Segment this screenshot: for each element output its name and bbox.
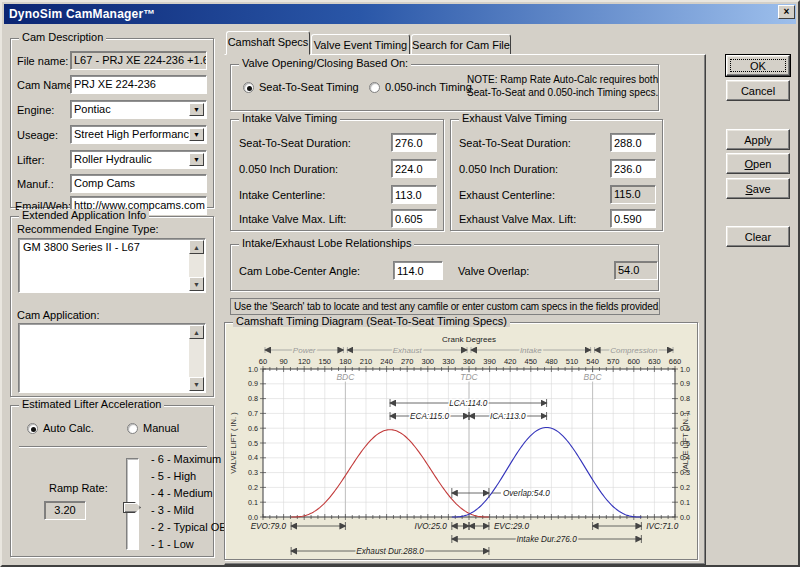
svg-text:480: 480	[545, 357, 558, 366]
scrollbar[interactable]: ▲ ▼	[189, 240, 204, 291]
useage-combobox[interactable]: Street High Performance ▼	[70, 125, 207, 144]
lifter-value: Roller Hydraulic	[74, 153, 152, 165]
svg-text:Intake Dur.276.0: Intake Dur.276.0	[516, 535, 577, 544]
cam-application-textarea[interactable]: ▲ ▼	[18, 323, 206, 393]
auto-calc-radio[interactable]: Auto Calc.	[27, 422, 94, 434]
scroll-up-icon[interactable]: ▲	[189, 325, 204, 339]
exhaust-max-lift-label: Exhaust Valve Max. Lift:	[459, 213, 576, 225]
intake-050-duration-label: 0.050 Inch Duration:	[239, 163, 338, 175]
cam-name-field[interactable]: PRJ XE 224-236	[70, 75, 207, 94]
chevron-down-icon[interactable]: ▼	[189, 103, 204, 116]
manuf-label: Manuf.:	[17, 178, 54, 190]
useage-value: Street High Performance	[74, 128, 195, 140]
svg-text:60: 60	[259, 357, 267, 366]
engine-value: Pontiac	[74, 103, 111, 115]
engine-combobox[interactable]: Pontiac ▼	[70, 100, 207, 119]
svg-text:0.6: 0.6	[248, 424, 258, 433]
engine-label: Engine:	[17, 104, 54, 116]
lifter-acceleration-title: Estimated Lifter Acceleration	[19, 398, 164, 410]
intake-s2s-duration-field[interactable]	[391, 133, 437, 152]
timing-diagram-group: Camshaft Timing Diagram (Seat-To-Seat Ti…	[224, 322, 698, 560]
inch-timing-label: 0.050-inch Timing	[385, 81, 472, 93]
intake-050-duration-field[interactable]	[391, 159, 437, 178]
radio-icon	[127, 423, 138, 434]
exhaust-s2s-duration-field[interactable]	[610, 133, 656, 152]
chevron-down-icon[interactable]: ▼	[189, 153, 204, 166]
exhaust-timing-group: Exhaust Valve Timing Seat-To-Seat Durati…	[450, 119, 663, 231]
valve-basis-group: Valve Opening/Closing Based On: Seat-To-…	[230, 64, 659, 111]
manual-radio[interactable]: Manual	[127, 422, 179, 434]
scroll-down-icon[interactable]: ▼	[189, 377, 204, 391]
svg-text:0.8: 0.8	[248, 394, 258, 403]
lobe-relationships-group: Intake/Exhaust Lobe Relationships Cam Lo…	[230, 244, 659, 291]
svg-text:0.9: 0.9	[248, 379, 258, 388]
svg-text:210: 210	[360, 357, 373, 366]
svg-text:540: 540	[586, 357, 599, 366]
recommended-engine-type-value: GM 3800 Series II - L67	[23, 241, 140, 253]
svg-text:0.4: 0.4	[248, 453, 258, 462]
svg-text:ECA:115.0: ECA:115.0	[410, 412, 449, 421]
scale-label-1: - 1 - Low	[151, 538, 194, 550]
clear-button[interactable]: Clear	[726, 226, 790, 247]
intake-centerline-field[interactable]	[391, 185, 437, 204]
lobe-center-angle-field[interactable]	[393, 261, 443, 280]
close-button[interactable]: ×	[778, 5, 795, 19]
svg-text:450: 450	[525, 357, 538, 366]
svg-text:330: 330	[442, 357, 455, 366]
exhaust-centerline-label: Exhaust Centerline:	[459, 189, 555, 201]
save-button[interactable]: Save	[726, 178, 790, 199]
open-button[interactable]: Open	[726, 153, 790, 174]
svg-text:TDC: TDC	[460, 372, 478, 382]
divider	[19, 446, 207, 447]
lobe-relationships-title: Intake/Exhaust Lobe Relationships	[239, 237, 414, 249]
cancel-button[interactable]: Cancel	[726, 80, 790, 101]
recommended-engine-type-label: Recommended Engine Type:	[17, 223, 159, 235]
exhaust-050-duration-label: 0.050 Inch Duration:	[459, 163, 558, 175]
exhaust-centerline-field: 115.0	[610, 185, 656, 204]
svg-text:VALVE LIFT ( IN. ): VALVE LIFT ( IN. )	[229, 412, 238, 474]
svg-text:IVC:71.0: IVC:71.0	[646, 522, 678, 531]
svg-text:240: 240	[380, 357, 393, 366]
cam-application-label: Cam Application:	[17, 309, 100, 321]
chevron-down-icon[interactable]: ▼	[189, 128, 204, 141]
apply-button[interactable]: Apply	[726, 129, 790, 150]
scroll-up-icon[interactable]: ▲	[189, 240, 204, 254]
svg-text:0.3: 0.3	[248, 468, 258, 477]
valve-overlap-field: 54.0	[614, 261, 658, 280]
svg-text:1.0: 1.0	[680, 365, 690, 374]
recommended-engine-type-textarea[interactable]: GM 3800 Series II - L67 ▲ ▼	[18, 238, 206, 293]
svg-text:180: 180	[339, 357, 352, 366]
inch-timing-radio[interactable]: 0.050-inch Timing	[369, 81, 472, 93]
tab-search-for-cam-file[interactable]: Search for Cam File	[411, 34, 511, 55]
svg-text:BDC: BDC	[584, 372, 603, 382]
intake-timing-group: Intake Valve Timing Seat-To-Seat Duratio…	[230, 119, 444, 231]
ramp-rate-label: Ramp Rate:	[49, 482, 108, 494]
intake-max-lift-field[interactable]	[391, 209, 437, 228]
radio-icon	[243, 82, 254, 93]
exhaust-050-duration-field[interactable]	[610, 159, 656, 178]
manuf-field[interactable]: Comp Cams	[70, 174, 207, 193]
svg-text:0.0: 0.0	[680, 513, 690, 522]
valve-basis-title: Valve Opening/Closing Based On:	[239, 57, 411, 69]
svg-text:0.0: 0.0	[248, 513, 258, 522]
svg-text:0.1: 0.1	[680, 498, 690, 507]
title-bar: DynoSim CamManager™	[4, 4, 796, 24]
seat-to-seat-label: Seat-To-Seat Timing	[259, 81, 359, 93]
svg-text:150: 150	[319, 357, 332, 366]
scroll-down-icon[interactable]: ▼	[189, 277, 204, 291]
lifter-combobox[interactable]: Roller Hydraulic ▼	[70, 150, 207, 169]
svg-text:510: 510	[566, 357, 579, 366]
tab-valve-event-timing[interactable]: Valve Event Timing	[311, 34, 410, 55]
svg-text:0.8: 0.8	[680, 394, 690, 403]
tab-camshaft-specs[interactable]: Camshaft Specs	[226, 31, 310, 55]
exhaust-max-lift-field[interactable]	[610, 209, 656, 228]
ok-button[interactable]: OK	[726, 55, 790, 76]
valve-overlap-label: Valve Overlap:	[458, 265, 529, 277]
extended-application-title: Extended Application Info	[19, 209, 149, 221]
scrollbar[interactable]: ▲ ▼	[189, 325, 204, 391]
svg-text:0.9: 0.9	[680, 379, 690, 388]
auto-calc-label: Auto Calc.	[43, 422, 94, 434]
seat-to-seat-radio[interactable]: Seat-To-Seat Timing	[243, 81, 359, 93]
svg-text:Compression: Compression	[610, 346, 658, 355]
svg-text:0.1: 0.1	[248, 498, 258, 507]
